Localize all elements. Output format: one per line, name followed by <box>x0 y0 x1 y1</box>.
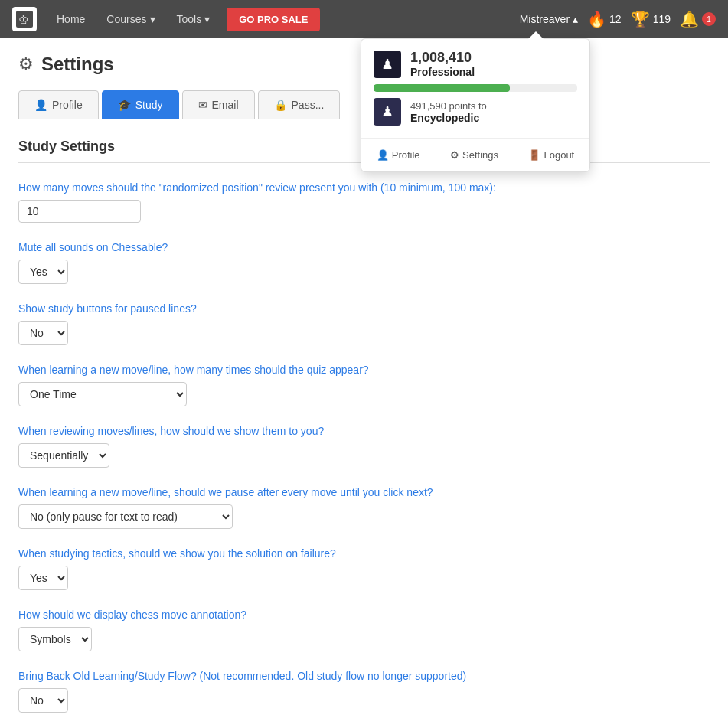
dropdown-menu: 👤 Profile ⚙ Settings 🚪 Logout <box>361 139 589 171</box>
progress-bar-fill <box>374 84 510 92</box>
points-value: 1,008,410 <box>410 50 475 66</box>
field-review-order: When reviewing moves/lines, how should w… <box>18 425 710 468</box>
navbar: ♔ Home Courses ▾ Tools ▾ GO PRO SALE Mis… <box>0 0 728 38</box>
tab-password[interactable]: 🔒 Pass... <box>258 90 341 119</box>
field-label-review-order: When reviewing moves/lines, how should w… <box>18 425 710 437</box>
username-menu[interactable]: Mistreaver ▴ <box>520 13 578 25</box>
next-rank-avatar: ♟ <box>374 98 401 126</box>
settings-gear-icon: ⚙ <box>18 54 34 74</box>
lock-icon: 🔒 <box>274 99 287 111</box>
tab-profile[interactable]: 👤 Profile <box>18 90 99 119</box>
field-old-flow: Bring Back Old Learning/Study Flow? (Not… <box>18 670 710 713</box>
next-points-text: 491,590 points to <box>410 100 487 112</box>
select-annotation[interactable]: Symbols Text <box>18 627 92 651</box>
bell-icon: 🔔 <box>680 10 699 28</box>
go-pro-button[interactable]: GO PRO SALE <box>227 8 320 31</box>
dropdown-settings-link[interactable]: ⚙ Settings <box>441 146 508 164</box>
select-quiz-appear[interactable]: One Time Two Times Three Times <box>18 382 187 406</box>
dropdown-profile-link[interactable]: 👤 Profile <box>367 146 429 164</box>
chevron-up-icon: ▴ <box>573 13 578 25</box>
field-annotation: How should we display chess move annotat… <box>18 609 710 651</box>
select-study-buttons[interactable]: No Yes <box>18 321 68 345</box>
chevron-down-icon: ▾ <box>150 13 155 25</box>
tab-email[interactable]: ✉ Email <box>182 90 255 119</box>
nav-home[interactable]: Home <box>49 8 93 30</box>
bell-icon-group[interactable]: 🔔 1 <box>680 10 716 28</box>
field-label-pause-move: When learning a new move/line, should we… <box>18 486 710 498</box>
gear-icon: ⚙ <box>450 149 459 161</box>
next-rank-info: 491,590 points to Encyclopedic <box>410 100 487 124</box>
nav-courses[interactable]: Courses ▾ <box>99 8 162 30</box>
flame-icon: 🔥 <box>587 10 606 28</box>
progress-bar <box>374 84 577 92</box>
svg-text:♔: ♔ <box>18 13 28 26</box>
next-rank-label: Encyclopedic <box>410 112 487 124</box>
field-label-annotation: How should we display chess move annotat… <box>18 609 710 621</box>
dropdown-points-section: ♟ 1,008,410 Professional ♟ 491,590 point… <box>361 39 589 138</box>
dropdown-logout-link[interactable]: 🚪 Logout <box>519 146 583 164</box>
select-old-flow[interactable]: No Yes <box>18 688 68 713</box>
graduation-icon: 🎓 <box>118 99 131 111</box>
dropdown-user-row: ♟ 1,008,410 Professional <box>374 50 577 78</box>
chevron-down-icon: ▾ <box>204 13 210 25</box>
field-label-mute-sounds: Mute all sounds on Chessable? <box>18 241 710 253</box>
profile-dropdown: ♟ 1,008,410 Professional ♟ 491,590 point… <box>361 38 590 172</box>
input-randomized-position[interactable] <box>18 200 141 223</box>
field-tactics-solution: When studying tactics, should we show yo… <box>18 547 710 590</box>
field-label-randomized-position: How many moves should the "randomized po… <box>18 181 710 194</box>
nav-tools[interactable]: Tools ▾ <box>169 8 218 30</box>
site-logo[interactable]: ♔ <box>12 7 37 31</box>
navbar-right: Mistreaver ▴ 🔥 12 🏆 119 🔔 1 <box>520 10 716 28</box>
field-quiz-appear: When learning a new move/line, how many … <box>18 364 710 406</box>
field-label-quiz-appear: When learning a new move/line, how many … <box>18 364 710 376</box>
select-tactics-solution[interactable]: Yes No <box>18 566 68 590</box>
trophy-icon: 🏆 <box>631 10 650 28</box>
field-label-old-flow: Bring Back Old Learning/Study Flow? (Not… <box>18 670 710 682</box>
person-icon: 👤 <box>377 149 389 161</box>
logout-icon: 🚪 <box>528 149 540 161</box>
points-info: 1,008,410 Professional <box>410 50 475 78</box>
field-label-tactics-solution: When studying tactics, should we show yo… <box>18 547 710 560</box>
person-icon: 👤 <box>34 99 47 111</box>
rank-label: Professional <box>410 66 475 78</box>
email-icon: ✉ <box>198 99 207 111</box>
bell-badge: 1 <box>702 12 716 26</box>
select-pause-move[interactable]: No (only pause for text to read) Yes <box>18 504 233 529</box>
page-title: Settings <box>41 54 114 75</box>
field-pause-move: When learning a new move/line, should we… <box>18 486 710 529</box>
avatar: ♟ <box>374 51 401 78</box>
streak-icon-group[interactable]: 🔥 12 <box>587 10 622 28</box>
select-mute-sounds[interactable]: Yes No <box>18 260 68 284</box>
dropdown-next-row: ♟ 491,590 points to Encyclopedic <box>374 98 577 133</box>
select-review-order[interactable]: Sequentially Randomly <box>18 443 109 468</box>
dropdown-arrow <box>528 31 544 39</box>
field-label-study-buttons: Show study buttons for paused lines? <box>18 302 710 315</box>
notification-icon-group[interactable]: 🏆 119 <box>631 10 671 28</box>
tab-study[interactable]: 🎓 Study <box>102 90 179 119</box>
field-mute-sounds: Mute all sounds on Chessable? Yes No <box>18 241 710 284</box>
field-randomized-position: How many moves should the "randomized po… <box>18 181 710 223</box>
field-study-buttons: Show study buttons for paused lines? No … <box>18 302 710 345</box>
